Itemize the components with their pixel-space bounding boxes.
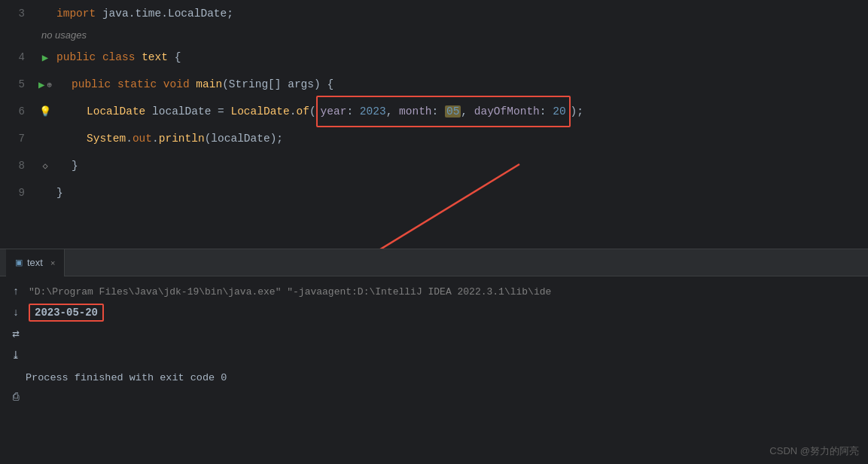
code-line-9: 9 }	[0, 179, 868, 206]
code-line-5: 5 ▶ ⊕ public static void main(String[] a…	[0, 71, 868, 98]
output-date-box: 2023-05-20	[29, 304, 104, 322]
line-number-7: 7	[0, 133, 34, 145]
no-usages-label: no usages	[0, 27, 868, 44]
code-line-7: 7 System.out.println(localDate);	[0, 125, 868, 152]
line-number-8: 8	[0, 160, 34, 172]
line-8-content: }	[56, 152, 78, 179]
diamond-icon-8: ◇	[42, 160, 47, 172]
run-icon-5[interactable]: ▶	[38, 78, 44, 91]
terminal-area: ▣ text × ↑ "D:\Program Files\Java\jdk-19…	[0, 249, 868, 464]
line-5-content: public static void main(String[] args) {	[56, 71, 333, 98]
terminal-tab-label: text	[27, 257, 43, 268]
line-number-4: 4	[0, 51, 34, 63]
gutter-8: ◇	[34, 160, 56, 172]
gutter-6: 💡	[34, 105, 56, 118]
terminal-download-icon[interactable]: ⤓	[3, 349, 29, 362]
terminal-tab-close[interactable]: ×	[50, 258, 55, 267]
process-text: Process finished with exit code 0	[26, 372, 227, 383]
code-editor: 3 import java.time.LocalDate; no usages …	[0, 0, 868, 249]
line-number-9: 9	[0, 187, 34, 199]
output-date-row: ↓ 2023-05-20	[0, 302, 868, 323]
code-line-4: 4 ▶ public class text {	[0, 44, 868, 71]
terminal-print-row: ⎙	[0, 386, 868, 408]
line-number-5: 5	[0, 78, 34, 90]
code-line-3: 3 import java.time.LocalDate;	[0, 0, 868, 27]
line-number-3: 3	[0, 8, 34, 20]
run-icon-4[interactable]: ▶	[42, 51, 48, 64]
gutter-5: ▶ ⊕	[34, 78, 56, 91]
shield-icon-5: ⊕	[47, 80, 52, 90]
month-value: 05	[445, 105, 461, 118]
line-4-content: public class text {	[56, 44, 181, 71]
line-7-content: System.out.println(localDate);	[56, 125, 283, 152]
process-finished-row: Process finished with exit code 0	[0, 365, 868, 386]
line-9-content: }	[56, 179, 63, 206]
terminal-spacer-1: ⇄	[0, 323, 868, 344]
params-highlight-box: year: 2023, month: 05, dayOfMonth: 20	[316, 96, 571, 127]
terminal-tab-icon: ▣	[15, 258, 23, 267]
terminal-tab-bar: ▣ text ×	[0, 249, 868, 276]
terminal-content: ↑ "D:\Program Files\Java\jdk-19\bin\java…	[0, 276, 868, 464]
terminal-print-icon[interactable]: ⎙	[3, 391, 29, 403]
terminal-rerun-icon[interactable]: ⇄	[3, 326, 29, 341]
terminal-down-icon[interactable]: ↓	[3, 307, 29, 319]
terminal-spacer-2: ⤓	[0, 344, 868, 365]
line-6-content: LocalDate localDate = LocalDate.of( year…	[56, 96, 583, 127]
cmd-text: "D:\Program Files\Java\jdk-19\bin\java.e…	[29, 286, 551, 298]
line-3-content: import java.time.LocalDate;	[56, 0, 233, 27]
cmd-line-row: ↑ "D:\Program Files\Java\jdk-19\bin\java…	[0, 281, 868, 302]
terminal-up-icon[interactable]: ↑	[3, 285, 29, 298]
gutter-4: ▶	[34, 51, 56, 64]
code-line-8: 8 ◇ }	[0, 152, 868, 179]
terminal-tab-text[interactable]: ▣ text ×	[6, 249, 65, 276]
line-number-6: 6	[0, 105, 34, 118]
lightbulb-icon-6[interactable]: 💡	[39, 105, 51, 118]
csdn-watermark: CSDN @努力的阿亮	[769, 444, 859, 458]
output-date-text: 2023-05-20	[35, 307, 98, 319]
code-line-6: 6 💡 LocalDate localDate = LocalDate.of( …	[0, 98, 868, 125]
